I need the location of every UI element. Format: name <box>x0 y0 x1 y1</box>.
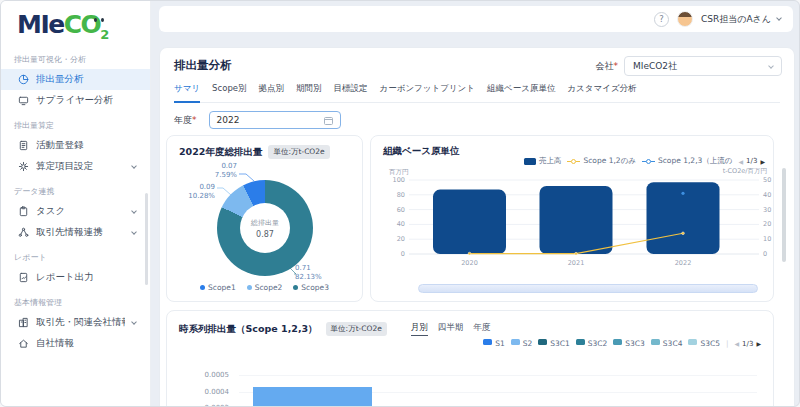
company-label: 会社* <box>596 60 619 73</box>
donut-center-label: 総排出量 <box>251 218 279 228</box>
legend-item[interactable]: S3C5 <box>688 339 720 348</box>
svg-text:60: 60 <box>397 206 405 214</box>
topbar: ? CSR担当のAさん <box>159 6 793 32</box>
chevron-down-icon <box>768 63 774 69</box>
year-input[interactable]: 2022 <box>209 111 341 129</box>
tab[interactable]: Scope別 <box>212 83 246 102</box>
legend-item[interactable]: Scope1 <box>200 283 236 292</box>
building-icon <box>18 317 29 328</box>
gridline <box>239 375 757 376</box>
sidebar-item[interactable]: 取引先情報連携 <box>1 222 150 243</box>
calendar-icon <box>324 116 333 125</box>
legend-swatch <box>688 339 697 345</box>
donut-center-value: 0.87 <box>256 230 274 239</box>
sidebar: MIeCO2 排出量可視化・分析排出量分析サプライヤー分析排出量算定活動量登録算… <box>1 1 151 406</box>
sidebar-item[interactable]: 排出量分析 <box>1 69 150 90</box>
chevron-down-icon <box>131 319 137 325</box>
period-option[interactable]: 四半期 <box>438 322 464 336</box>
tab-bar: サマリScope別拠点別期間別目標設定カーボンフットプリント組織ベース原単位カス… <box>174 83 780 103</box>
legend-item[interactable]: S3C2 <box>576 339 608 348</box>
user-name: CSR担当のAさん <box>701 13 771 26</box>
sidebar-item[interactable]: 活動量登録 <box>1 135 150 156</box>
org-intensity-card: 組織ベース原単位 売上高Scope 1,2のみScope 1,2,3（上流の◀1… <box>370 135 774 302</box>
sidebar-item[interactable]: タスク <box>1 201 150 222</box>
pagination-prev-icon[interactable]: ◀ <box>734 340 739 347</box>
pagination-value: 1/3 <box>742 340 753 348</box>
sidebar-scrollbar[interactable] <box>145 193 148 285</box>
legend-label: S1 <box>495 339 505 348</box>
svg-text:30: 30 <box>763 206 771 214</box>
tab[interactable]: 目標設定 <box>334 83 368 102</box>
chevron-down-icon <box>131 163 137 169</box>
tab[interactable]: 組織ベース原単位 <box>487 83 555 102</box>
legend-label: S3C4 <box>663 339 683 348</box>
legend-item[interactable]: S3C1 <box>538 339 570 348</box>
legend-item[interactable]: S3C3 <box>613 339 645 348</box>
sidebar-section-label: 排出量可視化・分析 <box>1 45 150 69</box>
gear-icon <box>18 161 29 172</box>
legend-item[interactable]: S2 <box>511 339 533 348</box>
legend-item[interactable]: Scope3 <box>293 283 329 292</box>
sidebar-item-label: 排出量分析 <box>36 73 84 86</box>
period-option[interactable]: 年度 <box>473 322 490 336</box>
horizontal-scrollbar[interactable] <box>418 284 758 293</box>
company-select[interactable]: MIeCO2社 <box>624 56 782 76</box>
svg-text:50: 50 <box>763 176 771 184</box>
svg-text:2022: 2022 <box>675 259 692 267</box>
vertical-scrollbar[interactable] <box>782 168 786 262</box>
tab[interactable]: サマリ <box>174 83 200 103</box>
card-title: 時系列排出量（Scope 1,2,3） <box>179 323 318 336</box>
logo-eye-icon <box>94 18 97 22</box>
legend-pagination: ◀1/3▶ <box>734 340 761 348</box>
logo-eye-icon <box>101 18 104 22</box>
year-label: 年度* <box>174 114 197 127</box>
legend-item[interactable]: S3C4 <box>651 339 683 348</box>
year-field: 年度* 2022 <box>174 111 341 129</box>
help-button[interactable]: ? <box>654 12 669 27</box>
sidebar-section-label: 排出量算定 <box>1 111 150 135</box>
sidebar-item[interactable]: 算定項目設定 <box>1 156 150 177</box>
sidebar-item-label: レポート出力 <box>36 271 94 284</box>
sidebar-section-label: レポート <box>1 243 150 267</box>
tab[interactable]: 拠点別 <box>259 83 285 102</box>
company-field: 会社* MIeCO2社 <box>596 56 783 76</box>
timeseries-bar[interactable] <box>253 387 372 407</box>
org-bar-line-chart[interactable]: 10080604020050403020100202020212022 <box>371 136 775 303</box>
page-title: 排出量分析 <box>174 58 232 73</box>
donut-legend: Scope1Scope2Scope3 <box>167 283 362 292</box>
tab[interactable]: カスタマイズ分析 <box>567 83 636 102</box>
sidebar-item[interactable]: レポート出力 <box>1 267 150 288</box>
legend-swatch <box>538 339 547 345</box>
sidebar-section-label: 基本情報管理 <box>1 288 150 312</box>
svg-text:0: 0 <box>401 250 405 258</box>
period-option[interactable]: 月別 <box>411 322 428 336</box>
sidebar-item[interactable]: 自社情報 <box>1 333 150 354</box>
timeseries-legend: S1S2S3C1S3C2S3C3S3C4S3C5|◀1/3▶ <box>483 339 761 348</box>
avatar[interactable] <box>677 11 693 27</box>
legend-item[interactable]: Scope2 <box>247 283 283 292</box>
sidebar-item-label: タスク <box>36 205 65 218</box>
chevron-down-icon <box>131 229 137 235</box>
sidebar-item[interactable]: サプライヤー分析 <box>1 90 150 111</box>
year-input-value: 2022 <box>217 115 240 125</box>
donut-slice-percent: 82.13% <box>295 273 347 282</box>
svg-text:100: 100 <box>393 176 405 184</box>
sidebar-nav: 排出量可視化・分析排出量分析サプライヤー分析排出量算定活動量登録算定項目設定デー… <box>1 45 150 354</box>
donut-slice-percent: 7.59% <box>197 171 237 180</box>
report-icon <box>18 272 29 283</box>
unit-badge: 単位:万t-CO2e <box>268 145 329 159</box>
tab[interactable]: カーボンフットプリント <box>380 83 476 102</box>
legend-item[interactable]: S1 <box>483 339 505 348</box>
document-icon <box>18 140 29 151</box>
pagination-next-icon[interactable]: ▶ <box>756 340 761 347</box>
legend-label: Scope1 <box>208 283 236 292</box>
logo-text-green: CO <box>64 10 101 39</box>
sidebar-item-label: 取引先情報連携 <box>36 226 103 239</box>
card-title: 2022年度総排出量 <box>179 146 262 159</box>
chevron-down-icon[interactable] <box>776 15 782 21</box>
logo-text: MIe <box>17 10 64 39</box>
sidebar-item[interactable]: 取引先・関連会社情報 <box>1 312 150 333</box>
legend-label: S3C2 <box>588 339 608 348</box>
unit-badge: 単位:万t-CO2e <box>326 322 387 336</box>
tab[interactable]: 期間別 <box>296 83 322 102</box>
